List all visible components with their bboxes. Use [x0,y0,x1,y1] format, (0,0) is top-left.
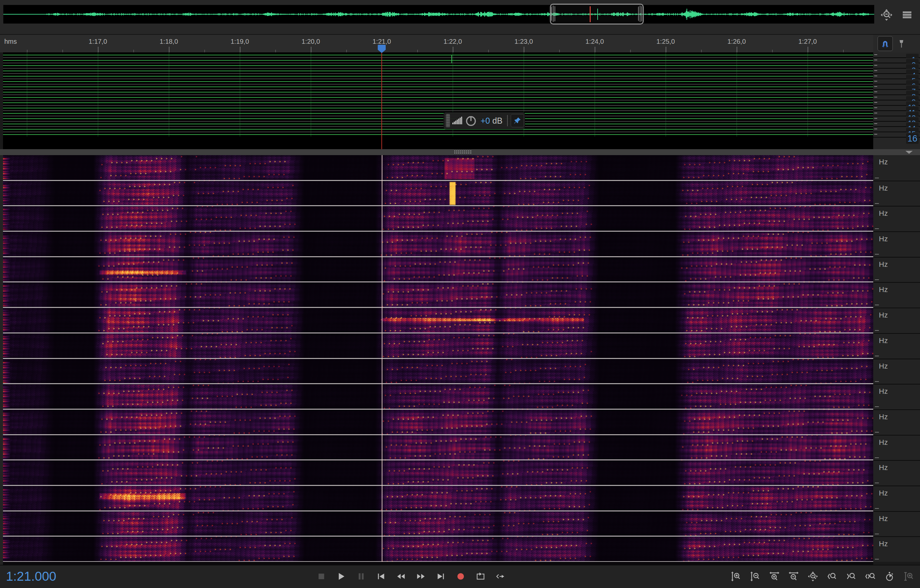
pushpin-icon [513,116,522,125]
stop-button[interactable] [315,569,328,584]
timer-button[interactable] [884,569,896,584]
frequency-panel-tail [873,562,920,565]
channel-number: 5 [912,77,916,79]
frequency-cell: Hz [873,257,920,283]
channel-tab-5[interactable]: 5 [906,75,919,79]
gain-hud[interactable]: +0 dB [444,112,525,129]
timeline-ruler-row: hms 1:17,01:18,01:19,01:20,01:21,01:22,0… [0,34,920,52]
playhead-time-display[interactable]: 1:21.000 [6,565,57,587]
gain-unit: dB [492,116,503,126]
channel-meter-dash [874,97,877,97]
waveform-overview-strip[interactable] [3,5,874,24]
channel-tab-15[interactable]: 15 [906,128,919,132]
hud-drag-handle[interactable] [446,114,450,127]
skip-to-end-button[interactable] [434,569,447,584]
zoom-in-amplitude-button[interactable] [730,569,742,584]
channel-tab-1[interactable]: 1 [906,54,919,58]
zoom-in-time-button[interactable] [768,569,781,584]
ruler-right-panel [873,35,920,52]
pin-hud-button[interactable] [511,114,524,127]
snap-toggle-button[interactable] [878,36,893,51]
channel-tab-13[interactable]: 13 [906,117,919,122]
frequency-cell: Hz [873,435,920,460]
panel-menu-button[interactable] [899,7,915,23]
channel-divider-line [3,73,873,74]
zoom-out-time-button[interactable] [787,569,800,584]
frequency-tick-dash [875,203,879,204]
channel-tab-8[interactable]: 8 [906,91,919,95]
channel-tab-6[interactable]: 6 [906,80,919,85]
ruler-time-label: 1:27,0 [798,38,817,45]
frequency-cell: Hz [873,206,920,231]
channel-number: 13 [908,119,916,122]
ruler-tick [843,50,844,52]
zoom-out-amplitude-icon [750,571,761,582]
panel-split-divider[interactable] [0,149,920,155]
skip-selection-button[interactable] [494,569,507,584]
waveform-transient [451,55,452,63]
timeline-ruler[interactable]: hms 1:17,01:18,01:19,01:20,01:21,01:22,0… [0,35,873,52]
channel-tab-7[interactable]: 7 [906,86,919,90]
gain-knob-icon[interactable] [465,114,477,127]
selection-left-handle-icon[interactable] [551,6,556,22]
zoom-to-out-point-button[interactable] [845,569,858,584]
skip-to-start-button[interactable] [375,569,387,584]
gain-value[interactable]: +0 [481,116,490,126]
channel-tab-14[interactable]: 14 [906,123,919,127]
pause-button[interactable] [355,569,368,584]
ruler-tick [630,50,631,52]
playhead-marker[interactable] [378,45,386,53]
zoom-to-in-point-button[interactable] [826,569,838,584]
channel-tab-3[interactable]: 3 [906,64,919,69]
play-button[interactable] [335,569,348,584]
zoom-out-full-bottom-button[interactable] [807,569,819,584]
channel-tab-9[interactable]: 9 [906,96,919,101]
playhead-marker-head [378,45,386,50]
channel-tab-11[interactable]: 11 [906,107,919,111]
frequency-tick-dash [875,534,879,534]
record-button[interactable] [454,569,467,584]
frequency-tick-dash [875,381,879,382]
selection-right-handle-icon[interactable] [638,6,642,22]
ruler-time-label: 1:22,0 [444,38,462,45]
channel-meter-dash [874,113,877,113]
hz-label: Hz [879,285,888,294]
ruler-time-label: 1:21,0 [373,38,391,45]
fast-forward-button[interactable] [415,569,427,584]
channel-tab-12[interactable]: 12 [906,112,919,117]
overview-selection-box[interactable] [550,4,644,24]
channel-tab-2[interactable]: 2 [906,59,919,64]
channel-tab-16[interactable]: 16 [906,133,919,144]
zoom-in-time-icon [769,571,780,582]
waveform-left-margin [0,52,3,149]
spectrogram-canvas[interactable] [3,155,873,565]
ruler-tick [240,47,240,52]
rewind-button[interactable] [395,569,407,584]
zoom-out-amplitude-button[interactable] [749,569,761,584]
channel-tab-10[interactable]: 10 [906,102,919,106]
ruler-tick [311,47,311,52]
zoom-to-selection-button[interactable] [864,569,877,584]
zoom-out-full-button[interactable] [879,7,894,23]
vertical-zoom-disabled-button[interactable] [903,569,915,584]
overview-row [0,0,920,34]
channel-tab-4[interactable]: 4 [906,69,919,74]
zoom-in-point-icon [826,571,838,582]
scroll-down-caret-icon[interactable] [905,151,913,154]
frequency-tick-dash [875,254,879,255]
skip-selection-icon [495,572,506,582]
channel-meter-dash [874,70,877,71]
loop-playback-button[interactable] [474,569,487,584]
add-marker-button[interactable] [895,37,908,51]
hz-label: Hz [879,387,888,396]
marker-stake-icon [896,38,907,49]
ruler-tick [133,50,134,52]
ruler-tick [666,47,666,52]
zoom-in-amplitude-icon [730,571,742,582]
frequency-tick-dash [875,279,879,280]
channel-waveform-line [3,76,873,77]
ruler-time-label: 1:23,0 [514,38,533,45]
divider-grip-icon[interactable] [454,150,472,153]
channel-meter-dash [874,86,877,87]
waveform-display[interactable]: +0 dB [0,52,873,149]
